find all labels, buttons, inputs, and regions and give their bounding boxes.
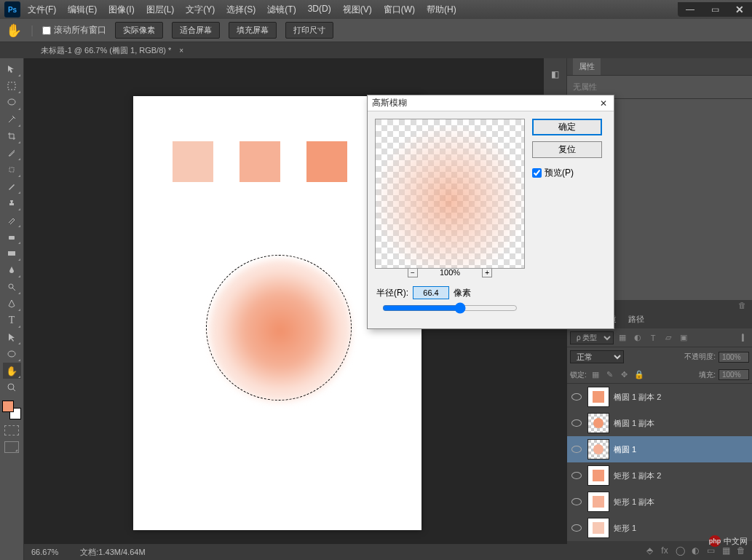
menu-filter[interactable]: 滤镜(T)	[263, 2, 300, 17]
filter-pixel-icon[interactable]: ▦	[616, 331, 629, 344]
lock-pixels-icon[interactable]: ✎	[604, 370, 616, 379]
menu-type[interactable]: 文字(Y)	[181, 2, 219, 17]
layer-thumbnail[interactable]	[587, 465, 609, 486]
screen-mode-toggle[interactable]	[4, 441, 19, 453]
zoom-in-button[interactable]: +	[482, 267, 492, 277]
document-size-display[interactable]: 文档:1.43M/4.64M	[80, 547, 145, 558]
ok-button[interactable]: 确定	[532, 119, 602, 135]
opacity-value[interactable]: 100%	[719, 352, 749, 363]
properties-tab[interactable]: 属性	[573, 58, 601, 75]
lock-position-icon[interactable]: ✥	[619, 370, 630, 379]
filter-type-icon[interactable]: T	[646, 331, 660, 344]
menu-edit[interactable]: 编辑(E)	[63, 2, 101, 17]
magic-wand-tool[interactable]	[3, 111, 21, 127]
preview-checkbox[interactable]: 预览(P)	[532, 167, 602, 179]
layer-thumbnail[interactable]	[587, 413, 609, 433]
actual-pixels-button[interactable]: 实际像素	[115, 22, 163, 39]
visibility-toggle[interactable]	[570, 417, 583, 430]
healing-tool[interactable]	[3, 162, 21, 178]
filter-toggle[interactable]: ⏽	[736, 331, 749, 344]
document-tab[interactable]: 未标题-1 @ 66.7% (椭圆 1, RGB/8) * ×	[35, 43, 189, 58]
collapsed-panel-icon[interactable]: ◧	[547, 66, 564, 83]
eyedropper-tool[interactable]	[3, 145, 21, 161]
dialog-close-button[interactable]: ✕	[598, 98, 609, 109]
layer-thumbnail[interactable]	[587, 492, 609, 512]
visibility-toggle[interactable]	[570, 443, 583, 456]
menu-view[interactable]: 视图(V)	[339, 2, 376, 17]
fit-screen-button[interactable]: 适合屏幕	[172, 22, 220, 39]
filter-smart-icon[interactable]: ▣	[677, 331, 690, 344]
menu-3d[interactable]: 3D(D)	[304, 2, 336, 17]
layer-thumbnail[interactable]	[587, 518, 609, 538]
lock-all-icon[interactable]: 🔒	[633, 370, 645, 379]
visibility-toggle[interactable]	[570, 495, 583, 508]
layer-row[interactable]: 椭圆 1	[567, 436, 752, 462]
crop-tool[interactable]	[3, 128, 21, 144]
layer-row[interactable]: 矩形 1 副本 2	[567, 462, 752, 489]
history-brush-tool[interactable]	[3, 212, 21, 228]
trash-icon[interactable]: 🗑	[738, 301, 746, 309]
adjustment-layer-icon[interactable]: ◐	[689, 544, 702, 557]
quick-mask-toggle[interactable]	[4, 425, 19, 435]
filter-adjustment-icon[interactable]: ◐	[631, 331, 644, 344]
fill-value[interactable]: 100%	[719, 369, 749, 380]
visibility-toggle[interactable]	[570, 521, 583, 535]
radius-input[interactable]	[413, 286, 449, 299]
gradient-tool[interactable]	[3, 245, 21, 261]
shape-tool[interactable]	[3, 346, 21, 362]
layer-fx-icon[interactable]: fx	[658, 544, 671, 557]
scroll-all-checkbox[interactable]: 滚动所有窗口	[42, 24, 106, 36]
type-tool[interactable]: T	[3, 312, 21, 328]
move-tool[interactable]	[3, 61, 21, 77]
link-layers-icon[interactable]: ⬘	[643, 544, 656, 557]
visibility-toggle[interactable]	[570, 469, 583, 482]
layer-row[interactable]: 椭圆 1 副本 2	[567, 384, 752, 410]
tab-paths[interactable]: 路径	[622, 311, 650, 328]
zoom-display[interactable]: 66.67%	[31, 548, 58, 556]
radius-slider[interactable]	[382, 302, 518, 314]
dodge-tool[interactable]	[3, 279, 21, 295]
layer-filter-select[interactable]: ρ 类型	[570, 331, 614, 344]
menu-file[interactable]: 文件(F)	[23, 2, 60, 17]
menu-help[interactable]: 帮助(H)	[422, 2, 461, 17]
minimize-button[interactable]: ―	[678, 2, 702, 17]
menu-layer[interactable]: 图层(L)	[142, 2, 179, 17]
maximize-button[interactable]: ▭	[702, 2, 727, 17]
marquee-tool[interactable]	[3, 78, 21, 94]
layer-row[interactable]: 椭圆 1 副本	[567, 410, 752, 436]
menu-image[interactable]: 图像(I)	[104, 2, 138, 17]
zoom-tool[interactable]	[3, 379, 21, 395]
path-selection-tool[interactable]	[3, 329, 21, 345]
fill-screen-button[interactable]: 填充屏幕	[229, 22, 277, 39]
blur-tool[interactable]	[3, 262, 21, 278]
layer-row[interactable]: 矩形 1 副本	[567, 489, 752, 515]
hand-tool-icon: ✋	[6, 23, 22, 39]
zoom-out-button[interactable]: −	[408, 267, 418, 277]
foreground-color-swatch[interactable]	[2, 401, 14, 412]
layer-thumbnail[interactable]	[587, 439, 609, 460]
print-size-button[interactable]: 打印尺寸	[285, 22, 333, 39]
color-swatches[interactable]	[2, 401, 21, 419]
filter-shape-icon[interactable]: ▱	[662, 331, 675, 344]
close-icon[interactable]: ×	[179, 47, 183, 55]
eraser-tool[interactable]	[3, 229, 21, 245]
gaussian-blur-dialog[interactable]: 高斯模糊 ✕ − 100% + 半径(R): 像素 确定 复位	[367, 95, 614, 329]
dialog-title-bar[interactable]: 高斯模糊 ✕	[368, 95, 614, 111]
menu-select[interactable]: 选择(S)	[222, 2, 260, 17]
dialog-preview[interactable]	[375, 119, 525, 269]
layer-thumbnail[interactable]	[587, 387, 609, 407]
layer-mask-icon[interactable]: ◯	[673, 544, 686, 557]
lasso-tool[interactable]	[3, 95, 21, 111]
lock-transparency-icon[interactable]: ▦	[590, 370, 601, 379]
hand-tool[interactable]: ✋	[3, 363, 21, 379]
close-button[interactable]: ✕	[727, 2, 752, 17]
options-bar: ✋ | 滚动所有窗口 实际像素 适合屏幕 填充屏幕 打印尺寸	[0, 19, 752, 42]
menu-window[interactable]: 窗口(W)	[379, 2, 419, 17]
brush-tool[interactable]	[3, 178, 21, 194]
pen-tool[interactable]	[3, 296, 21, 312]
reset-button[interactable]: 复位	[532, 141, 602, 158]
properties-panel-header[interactable]: 属性	[567, 58, 752, 76]
visibility-toggle[interactable]	[570, 390, 583, 403]
stamp-tool[interactable]	[3, 195, 21, 211]
blend-mode-select[interactable]: 正常	[570, 350, 624, 363]
